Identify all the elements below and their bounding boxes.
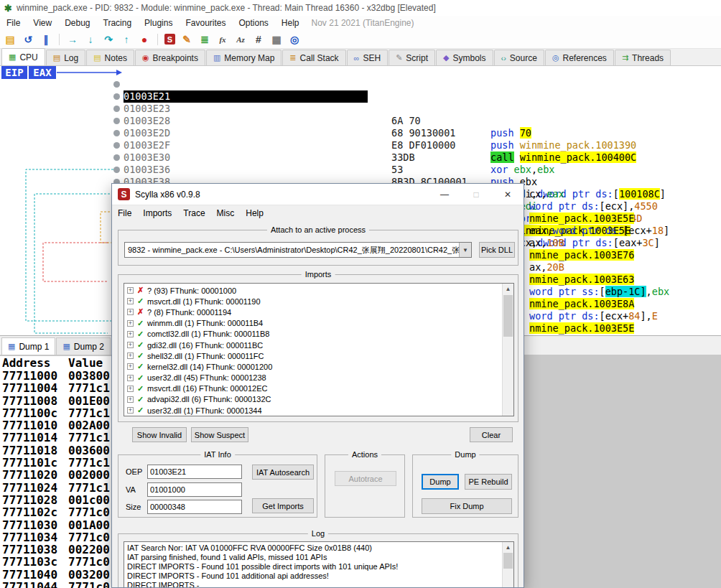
expand-icon[interactable] [127, 320, 134, 327]
tab-references[interactable]: ◎ References [545, 50, 614, 65]
scylla-menu-file[interactable]: File [112, 208, 137, 218]
dump-row[interactable]: 7771103c 7771c0 [0, 556, 117, 568]
toolbar-separator[interactable] [157, 34, 158, 45]
tab-breakpoints[interactable]: ◉ Breakpoints [135, 50, 205, 65]
import-entry[interactable]: ✗ ? (8) FThunk: 00001194 [124, 307, 513, 317]
scylla-menu-help[interactable]: Help [240, 208, 269, 218]
tab-symbols[interactable]: ◆ Symbols [436, 50, 493, 65]
expand-icon[interactable] [127, 342, 134, 348]
menu-view[interactable]: View [27, 17, 58, 29]
dump-row[interactable]: 77711008 001E00 [0, 395, 117, 407]
disasm-row[interactable]: 01003E2D 33DB xor ebx,ebx [0, 103, 721, 115]
breakpoint-dot[interactable] [113, 118, 120, 124]
imports-scrollbar[interactable]: ▲ ▼ [502, 284, 513, 416]
expand-icon[interactable] [127, 298, 134, 304]
import-entry[interactable]: ✓ comctl32.dll (1) FThunk: 000011B8 [124, 329, 513, 340]
dump-row[interactable]: 77711014 7771c1 [0, 431, 117, 444]
process-select[interactable]: 9832 - winmine_pack.exe - C:\Users\Admin… [124, 242, 472, 258]
trace-icon[interactable]: ✎ [180, 33, 193, 46]
dump-row[interactable]: 7771101c 7771c1 [0, 457, 117, 469]
expand-icon[interactable] [127, 309, 134, 315]
dump-row[interactable]: 77711024 7771c1 [0, 482, 117, 494]
menu-tracing[interactable]: Tracing [97, 17, 139, 29]
tab-cpu[interactable]: ▦ CPU [1, 48, 45, 65]
dump-row[interactable]: 77711030 001A00 [0, 519, 117, 531]
hash-icon[interactable]: # [252, 33, 265, 46]
get-imports-button[interactable]: Get Imports [252, 498, 314, 513]
import-entry[interactable]: ✓ advapi32.dll (6) FThunk: 0000132C [124, 394, 513, 405]
tab-dump-1[interactable]: ▦ Dump 1 [1, 337, 55, 355]
disasm-row[interactable]: 01003E3D ∨ 75 1F jne winmine_pack.1003E5… [0, 164, 721, 176]
menu-options[interactable]: Options [232, 17, 274, 29]
clear-button[interactable]: Clear [470, 427, 513, 442]
scylla-plugin-icon[interactable]: S [164, 34, 175, 45]
step-out-icon[interactable]: ↑ [120, 33, 133, 46]
log-output[interactable]: IAT Search Nor: IAT VA 01000FFC RVA 0000… [124, 541, 514, 588]
dump-row[interactable]: 77711038 002200 [0, 543, 117, 556]
scylla-menu-misc[interactable]: Misc [211, 208, 241, 218]
size-field[interactable] [147, 500, 242, 514]
dump-table[interactable]: Address Value 77711000 003800 77711004 7… [0, 356, 117, 588]
import-entry[interactable]: ✓ shell32.dll (1) FThunk: 000011FC [124, 350, 513, 361]
chevron-down-icon[interactable]: ▼ [459, 243, 471, 257]
dump-button[interactable]: Dump [422, 474, 459, 490]
dump-row[interactable]: 77711044 7771c0 [0, 581, 117, 588]
disasm-row[interactable]: 01003E23 68 90130001 push winmine_pack.1… [0, 78, 721, 90]
breakpoint-icon[interactable]: ● [138, 33, 151, 46]
disasm-row[interactable]: 01003E30 8B3D 8C100001 mov edi,dword ptr… [0, 127, 721, 139]
expand-icon[interactable] [127, 386, 134, 392]
va-field[interactable] [147, 482, 242, 497]
scroll-up-icon[interactable]: ▲ [503, 542, 513, 553]
restart-icon[interactable]: ↺ [22, 33, 34, 46]
breakpoint-dot[interactable] [113, 154, 120, 161]
tab-memory-map[interactable]: ▥ Memory Map [206, 50, 282, 65]
expand-icon[interactable] [127, 396, 134, 403]
iat-autosearch-button[interactable]: IAT Autosearch [252, 465, 314, 480]
pe-rebuild-button[interactable]: PE Rebuild [465, 474, 512, 490]
dump-row[interactable]: 77711028 001c00 [0, 494, 117, 506]
disasm-row[interactable]: 01003E21 6A 70 push 70 [0, 66, 721, 78]
step-over-icon[interactable]: ↷ [102, 33, 115, 46]
expand-icon[interactable] [127, 353, 134, 359]
expand-icon[interactable] [127, 287, 134, 294]
breakpoint-dot[interactable] [113, 130, 120, 136]
scrollbar-thumb[interactable] [503, 295, 513, 337]
close-button[interactable]: ✕ [492, 184, 524, 205]
dump-row[interactable]: 77711018 003600 [0, 444, 117, 457]
import-entry[interactable]: ✓ kernel32.dll (14) FThunk: 00001200 [124, 361, 513, 372]
scylla-titlebar[interactable]: S Scylla x86 v0.9.8 — □ ✕ [112, 184, 524, 205]
tab-call-stack[interactable]: ≣ Call Stack [282, 50, 345, 65]
step-into-icon[interactable]: ↓ [84, 33, 97, 46]
tab-notes[interactable]: ▤ Notes [86, 50, 134, 65]
pause-icon[interactable]: ∥ [39, 33, 52, 46]
tab-script[interactable]: ✎ Script [389, 50, 435, 65]
dump-row[interactable]: 77711034 7771c0 [0, 531, 117, 543]
disasm-row[interactable]: 01003E28 E8 DF010000 call winmine_pack.1… [0, 90, 721, 103]
breakpoint-dot[interactable] [113, 142, 120, 149]
disasm-row[interactable]: 01003E36 FFD7 call edi [0, 139, 721, 151]
tab-threads[interactable]: ⇉ Threads [615, 50, 671, 65]
tab-source[interactable]: ‹› Source [494, 50, 544, 65]
minimize-button[interactable]: — [429, 184, 460, 205]
breakpoint-dot[interactable] [113, 106, 120, 112]
scylla-menu-trace[interactable]: Trace [177, 208, 210, 218]
breakpoint-dot[interactable] [113, 167, 120, 173]
menu-file[interactable]: File [0, 17, 27, 29]
toolbar-separator[interactable] [59, 34, 60, 45]
imports-tree[interactable]: ✗ ? (93) FThunk: 00001000 ✓ msvcrt.dll (… [124, 283, 514, 416]
import-entry[interactable]: ✓ user32.dll (1) FThunk: 00001344 [124, 405, 513, 416]
dump-row[interactable]: 77711020 002000 [0, 469, 117, 481]
tab-seh[interactable]: ∞ SEH [347, 50, 389, 65]
scylla-menu-imports[interactable]: Imports [137, 208, 177, 218]
log-scrollbar[interactable]: ▲ [502, 542, 513, 588]
dump-row[interactable]: 77711010 002A00 [0, 419, 117, 431]
breakpoint-dot[interactable] [113, 81, 120, 88]
open-file-icon[interactable]: ▤ [4, 33, 17, 46]
patches-icon[interactable]: ≣ [198, 33, 211, 46]
scroll-up-icon[interactable]: ▲ [503, 284, 513, 294]
import-entry[interactable]: ✓ msvcrt.dll (1) FThunk: 00001190 [124, 296, 513, 307]
disasm-row[interactable]: 01003E2F 53 push ebx [0, 115, 721, 127]
pick-dll-button[interactable]: Pick DLL [479, 242, 515, 258]
dump-row[interactable]: 77711040 003200 [0, 569, 117, 581]
dump-row[interactable]: 77711004 7771c1 [0, 382, 117, 394]
